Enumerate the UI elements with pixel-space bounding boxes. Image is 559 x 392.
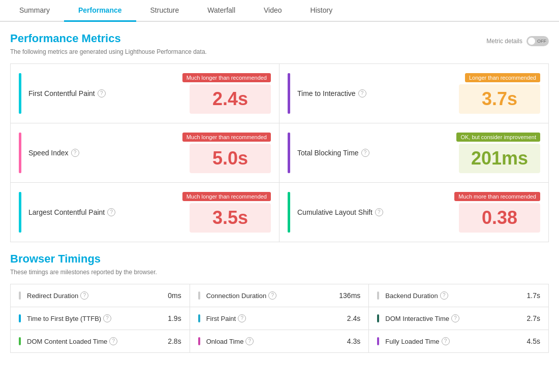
- timing-help-icon[interactable]: ?: [109, 337, 117, 345]
- tab-summary[interactable]: Summary: [5, 0, 64, 22]
- metric-label: Cumulative Layout Shift?: [297, 208, 449, 216]
- metric-details-row: Performance Metrics The following metric…: [10, 32, 549, 63]
- metric-cell: Largest Contentful Paint?Much longer tha…: [11, 183, 280, 242]
- metric-badge: Much longer than recommended: [182, 73, 271, 82]
- timing-help-icon[interactable]: ?: [440, 291, 448, 300]
- timing-cell: DOM Content Loaded Time?2.8s: [11, 330, 190, 352]
- timing-label: DOM Interactive Time?: [385, 314, 522, 322]
- metric-value: 3.5s: [190, 203, 271, 233]
- timing-value: 136ms: [339, 291, 360, 300]
- timing-color-bar: [377, 314, 379, 322]
- toggle-knob: [528, 38, 535, 45]
- metric-value-area: Much longer than recommended2.4s: [179, 73, 271, 114]
- metric-color-bar: [19, 192, 21, 233]
- timing-label: Onload Time?: [206, 337, 343, 345]
- metric-label: First Contentful Paint?: [28, 89, 179, 97]
- metric-color-bar: [288, 73, 290, 114]
- timing-value: 1.7s: [527, 291, 540, 300]
- metric-value: 3.7s: [459, 84, 540, 114]
- metric-value-area: Longer than recommended3.7s: [449, 73, 540, 114]
- timing-label: Redirect Duration?: [27, 291, 164, 300]
- metric-badge: Longer than recommended: [465, 73, 540, 82]
- metric-value: 5.0s: [190, 144, 271, 173]
- tab-waterfall[interactable]: Waterfall: [193, 0, 250, 22]
- timing-help-icon[interactable]: ?: [442, 337, 450, 345]
- metric-label-area: Cumulative Layout Shift?: [297, 208, 449, 216]
- metric-value: 2.4s: [190, 84, 271, 114]
- metric-details-toggle[interactable]: OFF: [526, 36, 549, 46]
- metric-color-bar: [19, 73, 21, 114]
- timing-label-text: Connection Duration: [206, 292, 267, 300]
- timing-help-icon[interactable]: ?: [451, 314, 459, 322]
- tabs-bar: Summary Performance Structure Waterfall …: [0, 0, 559, 22]
- metric-help-icon[interactable]: ?: [71, 149, 79, 157]
- timing-label: Time to First Byte (TTFB)?: [27, 314, 164, 322]
- tab-structure[interactable]: Structure: [136, 0, 194, 22]
- metric-cell: First Contentful Paint?Much longer than …: [11, 64, 280, 123]
- metric-label: Total Blocking Time?: [297, 149, 449, 157]
- metric-cell: Cumulative Layout Shift?Much more than r…: [280, 183, 548, 242]
- metric-help-icon[interactable]: ?: [107, 208, 115, 216]
- metric-label: Speed Index?: [28, 149, 179, 157]
- metric-label-text: Speed Index: [28, 149, 69, 157]
- metric-details-label: Metric details: [486, 38, 522, 45]
- metric-value-area: Much longer than recommended5.0s: [179, 133, 271, 173]
- metric-color-bar: [288, 133, 290, 173]
- metric-label-text: Time to Interactive: [297, 89, 356, 97]
- metric-help-icon[interactable]: ?: [375, 208, 383, 216]
- timing-label-text: First Paint: [206, 315, 236, 322]
- metric-color-bar: [19, 133, 21, 173]
- metric-value: 201ms: [459, 144, 540, 173]
- metric-value-area: Much more than recommended0.38: [449, 192, 540, 233]
- metric-badge: OK, but consider improvement: [456, 133, 540, 142]
- metric-value: 0.38: [459, 203, 540, 233]
- timing-cell: Onload Time?4.3s: [190, 330, 369, 352]
- metric-badge: Much longer than recommended: [182, 192, 271, 201]
- toggle-off-label: OFF: [537, 39, 546, 44]
- browser-timings-title: Browser Timings: [10, 252, 549, 266]
- timing-color-bar: [198, 314, 200, 322]
- performance-section-title: Performance Metrics: [10, 32, 207, 45]
- timing-value: 4.3s: [347, 337, 360, 345]
- browser-timings-desc: These timings are milestones reported by…: [10, 269, 549, 276]
- timing-color-bar: [19, 291, 21, 300]
- tab-performance[interactable]: Performance: [64, 0, 136, 22]
- metric-label-area: Total Blocking Time?: [297, 149, 449, 157]
- timing-color-bar: [198, 291, 200, 300]
- metric-help-icon[interactable]: ?: [361, 149, 369, 157]
- timing-help-icon[interactable]: ?: [268, 291, 276, 300]
- timing-help-icon[interactable]: ?: [245, 337, 254, 345]
- timing-label-text: Fully Loaded Time: [385, 338, 439, 345]
- tab-history[interactable]: History: [296, 0, 347, 22]
- tab-video[interactable]: Video: [250, 0, 296, 22]
- metric-label: Largest Contentful Paint?: [28, 208, 179, 216]
- timing-label: Connection Duration?: [206, 291, 335, 300]
- timing-label-text: Backend Duration: [385, 292, 438, 300]
- performance-section-desc: The following metrics are generated usin…: [10, 48, 207, 55]
- timing-label: Fully Loaded Time?: [385, 337, 522, 345]
- metric-cell: Speed Index?Much longer than recommended…: [11, 123, 280, 183]
- timing-label-text: Redirect Duration: [27, 292, 78, 300]
- metric-help-icon[interactable]: ?: [98, 89, 106, 97]
- timing-value: 2.8s: [168, 337, 181, 345]
- timing-help-icon[interactable]: ?: [80, 291, 88, 300]
- metric-value-area: OK, but consider improvement201ms: [449, 133, 540, 173]
- timing-help-icon[interactable]: ?: [238, 314, 246, 322]
- timing-label: Backend Duration?: [385, 291, 522, 300]
- timing-cell: Time to First Byte (TTFB)?1.9s: [11, 307, 190, 330]
- timing-help-icon[interactable]: ?: [103, 314, 111, 322]
- timing-label-text: DOM Interactive Time: [385, 315, 449, 322]
- timing-color-bar: [198, 337, 200, 345]
- metric-help-icon[interactable]: ?: [358, 89, 366, 97]
- metric-badge: Much more than recommended: [454, 192, 540, 201]
- metric-label-area: Time to Interactive?: [297, 89, 449, 97]
- timing-label-text: DOM Content Loaded Time: [27, 338, 107, 345]
- timing-label-text: Time to First Byte (TTFB): [27, 315, 101, 322]
- metric-label-text: First Contentful Paint: [28, 89, 95, 97]
- metric-label-text: Largest Contentful Paint: [28, 208, 105, 216]
- timing-value: 0ms: [168, 291, 181, 300]
- timing-label-text: Onload Time: [206, 338, 244, 345]
- timing-value: 4.5s: [527, 337, 540, 345]
- metric-label-text: Cumulative Layout Shift: [297, 208, 372, 216]
- timing-cell: Fully Loaded Time?4.5s: [369, 330, 548, 352]
